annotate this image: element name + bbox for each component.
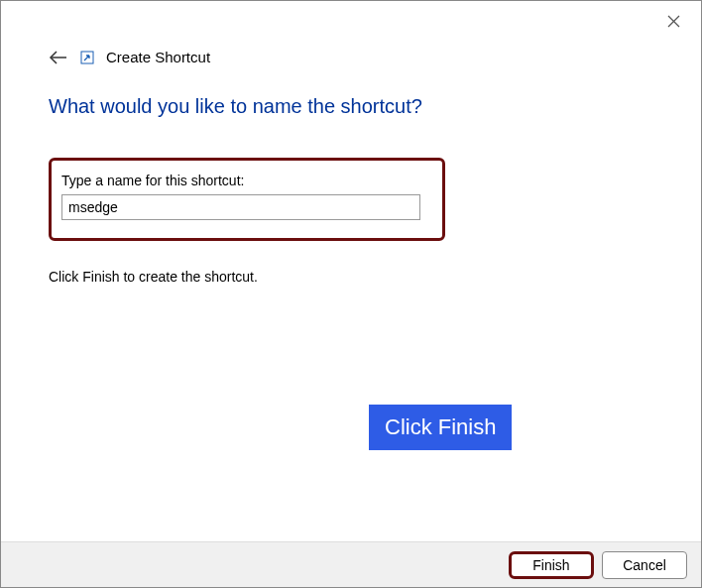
instruction-text: Click Finish to create the shortcut.: [49, 269, 653, 285]
dialog-footer: Finish Cancel: [1, 541, 701, 587]
close-icon: [667, 15, 680, 28]
name-field-label: Type a name for this shortcut:: [61, 173, 432, 188]
dialog-content: What would you like to name the shortcut…: [1, 65, 701, 285]
dialog-header: Create Shortcut: [1, 1, 701, 65]
create-shortcut-dialog: Create Shortcut What would you like to n…: [0, 0, 702, 588]
annotation-callout: Click Finish: [369, 405, 512, 450]
svg-marker-4: [437, 447, 561, 556]
close-button[interactable]: [663, 11, 683, 31]
name-field-highlight: Type a name for this shortcut:: [49, 158, 445, 241]
dialog-title: Create Shortcut: [106, 49, 210, 65]
cancel-button[interactable]: Cancel: [602, 551, 687, 579]
back-button[interactable]: [49, 50, 68, 65]
heading-question: What would you like to name the shortcut…: [49, 95, 653, 118]
callout-text: Click Finish: [385, 414, 496, 439]
finish-button[interactable]: Finish: [509, 551, 594, 579]
shortcut-icon: [80, 51, 94, 64]
shortcut-name-input[interactable]: [61, 194, 420, 220]
back-arrow-icon: [49, 50, 68, 65]
